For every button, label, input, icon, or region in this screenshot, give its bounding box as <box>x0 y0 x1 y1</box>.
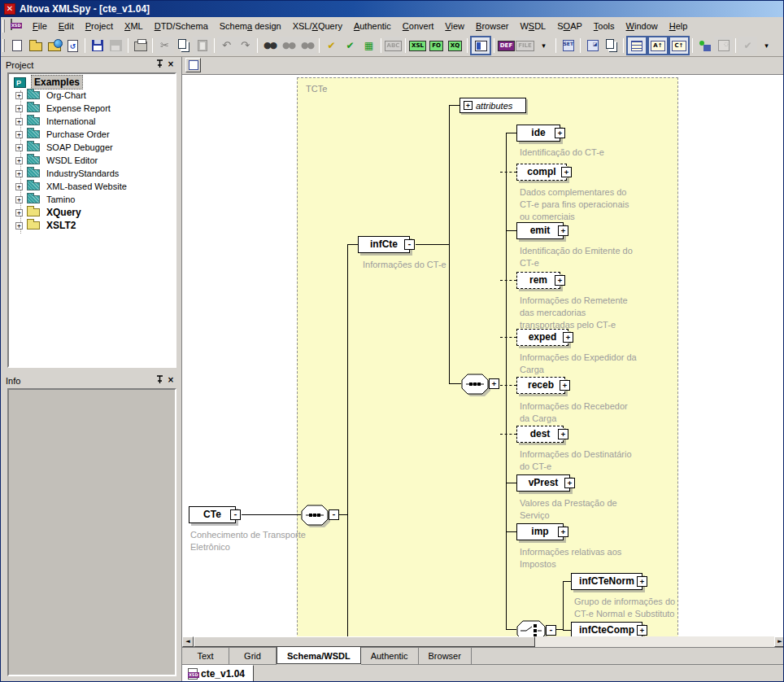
view-tab-schema-wsdl[interactable]: Schema/WSDL <box>277 647 361 664</box>
validate-schema-button[interactable]: ✔ <box>738 37 757 55</box>
menu-wsdl[interactable]: WSDL <box>514 19 551 33</box>
pin-icon[interactable] <box>154 375 165 386</box>
horizontal-scrollbar[interactable]: ◄ ► <box>182 636 784 647</box>
toolbar-overflow-button-2[interactable]: ▾ <box>757 37 776 55</box>
menu-browser[interactable]: Browser <box>470 19 514 33</box>
tree-item-label[interactable]: XSLT2 <box>44 219 78 232</box>
sequence-compositor-icon[interactable] <box>461 374 492 400</box>
goto-definition-button[interactable]: DEF <box>497 37 516 55</box>
expand-icon[interactable]: + <box>558 225 568 236</box>
check-wellformed-button[interactable]: ✔ <box>322 37 341 55</box>
element-emit[interactable]: emit + <box>516 222 564 239</box>
smart-restrictions-button[interactable] <box>695 37 714 55</box>
sequence-compositor-icon[interactable] <box>301 505 332 531</box>
collapse-icon[interactable]: - <box>546 625 556 636</box>
menu-project[interactable]: Project <box>80 19 119 33</box>
expand-icon[interactable]: + <box>561 167 572 177</box>
element-receb[interactable]: receb + <box>516 377 565 394</box>
view-tab-authentic[interactable]: Authentic <box>361 648 419 665</box>
expand-icon[interactable]: + <box>560 380 570 391</box>
show-attributes-button[interactable]: A↑ <box>647 36 669 55</box>
tree-item-tamino[interactable]: + Tamino <box>11 193 175 206</box>
collapse-icon[interactable]: - <box>404 239 415 250</box>
print-button[interactable] <box>131 37 150 55</box>
project-window-toggle[interactable] <box>470 36 491 55</box>
element-imp[interactable]: imp + <box>516 523 564 540</box>
tree-item-soap-debugger[interactable]: + SOAP Debugger <box>11 141 175 154</box>
menu-view[interactable]: View <box>439 19 470 33</box>
pin-icon[interactable] <box>154 59 165 70</box>
expand-icon[interactable]: + <box>15 131 23 138</box>
cut-button[interactable]: ✂ <box>155 37 174 55</box>
assign-schema-button[interactable]: ▦ <box>359 37 378 55</box>
tree-item-wsdl-editor[interactable]: + WSDL Editor <box>11 154 175 167</box>
choice-compositor-icon[interactable] <box>516 620 549 636</box>
find-button[interactable]: ●● <box>260 37 279 55</box>
tree-item-international[interactable]: + International <box>11 115 175 128</box>
open-file-button[interactable] <box>26 37 45 55</box>
copy-xpath-button[interactable] <box>602 37 621 55</box>
validate-button[interactable]: ✔ <box>341 37 359 55</box>
expand-icon[interactable]: + <box>637 625 647 636</box>
collapse-icon[interactable]: - <box>230 509 241 520</box>
document-tab-cte-v1-04[interactable]: cte_v1.04 <box>182 665 254 682</box>
scrollbar-thumb[interactable] <box>194 636 535 647</box>
mdi-document-icon[interactable] <box>11 20 24 33</box>
menubar-grip[interactable] <box>2 20 5 33</box>
element-rem[interactable]: rem + <box>516 272 560 289</box>
find-in-files-button[interactable]: ●● <box>298 37 316 55</box>
tree-item-label[interactable]: SOAP Debugger <box>44 142 115 153</box>
scroll-left-button[interactable]: ◄ <box>182 636 194 647</box>
reload-file-button[interactable]: ↺ <box>63 37 82 55</box>
menu-schema-design[interactable]: Schema design <box>214 19 287 33</box>
tree-item-label[interactable]: WSDL Editor <box>44 155 100 166</box>
display-diagram-button[interactable] <box>626 36 647 55</box>
expand-icon[interactable]: + <box>15 92 23 99</box>
tree-item-label[interactable]: XQuery <box>44 206 84 219</box>
expand-icon[interactable]: + <box>15 118 23 125</box>
expand-icon[interactable]: + <box>558 527 568 537</box>
expand-icon[interactable]: + <box>15 196 23 203</box>
element-dest[interactable]: dest + <box>516 426 564 443</box>
expand-icon[interactable]: + <box>563 332 573 343</box>
expand-icon[interactable]: + <box>15 209 23 216</box>
tree-item-label[interactable]: Purchase Order <box>44 129 112 140</box>
tree-root-label[interactable]: Examples <box>31 75 83 90</box>
expand-icon[interactable]: + <box>564 478 575 488</box>
element-infctecomp[interactable]: infCteComp + <box>571 622 642 636</box>
attributes-box[interactable]: + attributes <box>460 98 526 113</box>
menu-authentic[interactable]: Authentic <box>348 19 397 33</box>
menu-file[interactable]: File <box>27 19 53 33</box>
menu-tools[interactable]: Tools <box>588 19 621 33</box>
expand-icon[interactable]: + <box>558 429 568 439</box>
spelling-button[interactable]: ABC <box>384 37 403 55</box>
undo-button[interactable]: ↶ <box>217 37 236 55</box>
display-diagram-button[interactable] <box>185 58 201 72</box>
view-tab-browser[interactable]: Browser <box>419 648 472 665</box>
save-all-button[interactable] <box>107 37 125 55</box>
expand-icon[interactable]: + <box>15 144 23 151</box>
close-icon[interactable]: × <box>165 59 176 70</box>
schema-settings-button[interactable]: SET <box>559 37 577 55</box>
xquery-exec-button[interactable]: XQ <box>446 37 464 55</box>
expand-icon[interactable]: + <box>637 576 647 587</box>
show-compositors-button[interactable]: C↑ <box>669 36 690 55</box>
element-infctenorm[interactable]: infCTeNorm + <box>571 573 642 590</box>
tree-item-xquery[interactable]: + XQuery <box>11 206 175 219</box>
paste-button[interactable] <box>193 37 211 55</box>
expand-icon[interactable]: + <box>555 275 565 286</box>
element-cte[interactable]: CTe - <box>189 506 236 523</box>
xsl-transform-button[interactable]: XSL <box>408 37 427 55</box>
toolbar-overflow-button[interactable]: ▾ <box>534 37 553 55</box>
eraser-button[interactable]: ◌ <box>714 37 733 55</box>
tree-item-label[interactable]: XML-based Website <box>44 181 129 192</box>
expand-icon[interactable]: + <box>15 105 23 112</box>
element-vprest[interactable]: vPrest + <box>516 474 570 492</box>
tree-item-xslt2[interactable]: + XSLT2 <box>11 219 175 232</box>
schema-subset-button[interactable]: ◪ <box>583 37 602 55</box>
tree-item-label[interactable]: International <box>44 116 98 127</box>
expand-icon[interactable]: + <box>555 128 565 138</box>
find-next-button[interactable]: ●● <box>279 37 298 55</box>
tree-item-xml-based-website[interactable]: + XML-based Website <box>11 180 175 193</box>
new-file-button[interactable] <box>7 37 26 55</box>
